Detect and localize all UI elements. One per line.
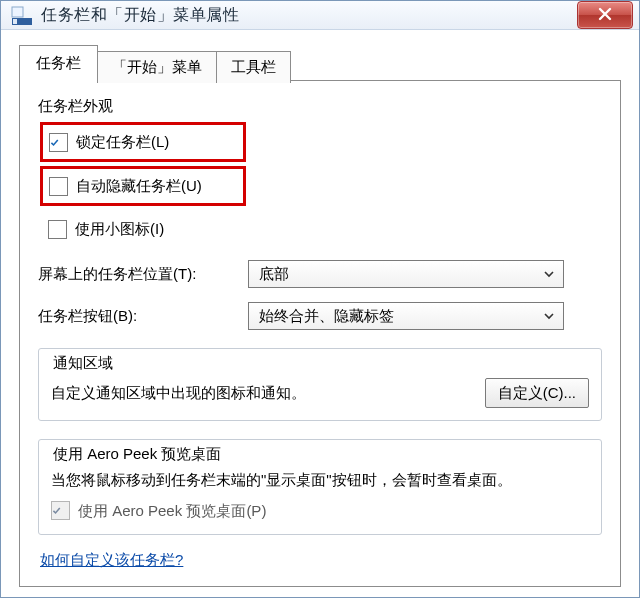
chevron-down-icon xyxy=(541,308,557,325)
tab-startmenu[interactable]: 「开始」菜单 xyxy=(97,51,217,83)
label-autohide-taskbar: 自动隐藏任务栏(U) xyxy=(76,177,202,196)
svg-rect-1 xyxy=(13,19,17,24)
checkbox-small-icons[interactable] xyxy=(48,220,67,239)
title-bar: 任务栏和「开始」菜单属性 xyxy=(1,1,639,30)
row-small-icons: 使用小图标(I) xyxy=(44,212,602,246)
checkbox-autohide-taskbar[interactable] xyxy=(49,177,68,196)
help-link[interactable]: 如何自定义该任务栏? xyxy=(40,551,183,570)
select-taskbar-position-value: 底部 xyxy=(259,265,541,284)
properties-window: 任务栏和「开始」菜单属性 任务栏 「开始」菜单 工具栏 任务栏外观 锁定任务栏(… xyxy=(0,0,640,598)
label-taskbar-position: 屏幕上的任务栏位置(T): xyxy=(38,265,238,284)
taskbar-icon xyxy=(11,4,33,26)
row-taskbar-buttons: 任务栏按钮(B): 始终合并、隐藏标签 xyxy=(38,302,602,330)
label-aero-peek: 使用 Aero Peek 预览桌面(P) xyxy=(78,500,266,523)
customize-button[interactable]: 自定义(C)... xyxy=(485,378,589,408)
svg-rect-2 xyxy=(12,7,23,17)
label-small-icons: 使用小图标(I) xyxy=(75,220,164,239)
tab-toolbars[interactable]: 工具栏 xyxy=(216,51,291,83)
checkbox-aero-peek[interactable] xyxy=(51,501,70,520)
close-icon xyxy=(598,7,612,24)
label-taskbar-buttons: 任务栏按钮(B): xyxy=(38,307,238,326)
highlight-autohide-taskbar: 自动隐藏任务栏(U) xyxy=(40,166,246,206)
select-taskbar-buttons[interactable]: 始终合并、隐藏标签 xyxy=(248,302,564,330)
label-lock-taskbar: 锁定任务栏(L) xyxy=(76,133,169,152)
select-taskbar-buttons-value: 始终合并、隐藏标签 xyxy=(259,307,541,326)
group-notification-area: 通知区域 自定义通知区域中出现的图标和通知。 自定义(C)... xyxy=(38,348,602,421)
tab-strip: 任务栏 「开始」菜单 工具栏 xyxy=(19,44,621,80)
client-area: 任务栏 「开始」菜单 工具栏 任务栏外观 锁定任务栏(L) 自动隐藏任务栏(U) xyxy=(1,30,639,597)
section-title-appearance: 任务栏外观 xyxy=(38,97,602,116)
row-taskbar-position: 屏幕上的任务栏位置(T): 底部 xyxy=(38,260,602,288)
select-taskbar-position[interactable]: 底部 xyxy=(248,260,564,288)
highlight-lock-taskbar: 锁定任务栏(L) xyxy=(40,122,246,162)
tab-taskbar[interactable]: 任务栏 xyxy=(19,45,98,81)
legend-aero-peek: 使用 Aero Peek 预览桌面 xyxy=(51,445,223,462)
close-button[interactable] xyxy=(577,1,633,29)
window-title: 任务栏和「开始」菜单属性 xyxy=(41,5,577,26)
group-aero-peek: 使用 Aero Peek 预览桌面 当您将鼠标移动到任务栏末端的"显示桌面"按钮… xyxy=(38,439,602,535)
chevron-down-icon xyxy=(541,266,557,283)
tab-panel-taskbar: 任务栏外观 锁定任务栏(L) 自动隐藏任务栏(U) 使用小图标(I) xyxy=(19,80,621,587)
checkbox-lock-taskbar[interactable] xyxy=(49,133,68,152)
text-aero-desc: 当您将鼠标移动到任务栏末端的"显示桌面"按钮时，会暂时查看桌面。 xyxy=(51,469,589,492)
legend-notification-area: 通知区域 xyxy=(51,354,115,371)
text-notification-desc: 自定义通知区域中出现的图标和通知。 xyxy=(51,382,473,405)
